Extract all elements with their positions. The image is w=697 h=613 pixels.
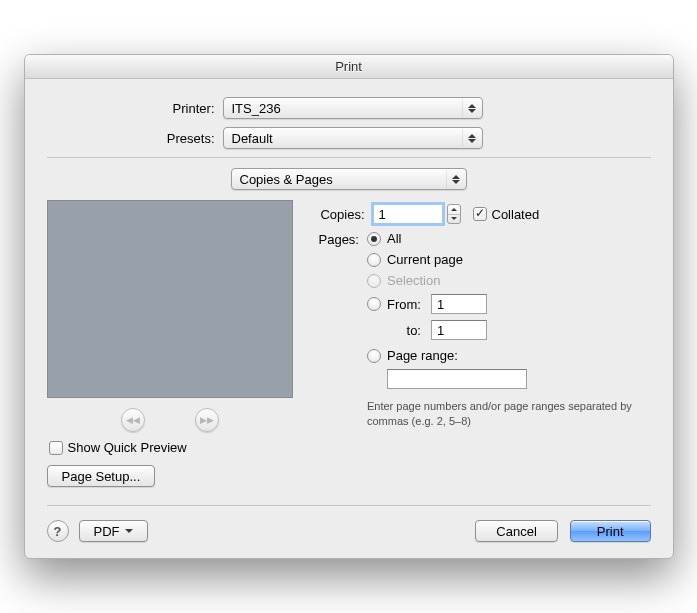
pages-to-label: to:	[387, 323, 421, 338]
pages-range-radio[interactable]	[367, 349, 381, 363]
page-setup-button[interactable]: Page Setup...	[47, 465, 156, 487]
presets-select[interactable]: Default	[223, 127, 483, 149]
dialog-content: Printer: ITS_236 Presets: Default Copies…	[25, 79, 673, 558]
printer-value: ITS_236	[232, 101, 281, 116]
stepper-down-icon	[448, 215, 460, 224]
preview-area	[47, 200, 293, 398]
pages-to-input[interactable]	[431, 320, 487, 340]
printer-select[interactable]: ITS_236	[223, 97, 483, 119]
copies-input[interactable]	[373, 204, 443, 224]
pages-current-label: Current page	[387, 252, 463, 267]
preview-next-button[interactable]: ▶▶	[195, 408, 219, 432]
cancel-button[interactable]: Cancel	[475, 520, 557, 542]
pages-from-label: From:	[387, 297, 421, 312]
updown-icon	[462, 99, 478, 117]
preview-column: ◀◀ ▶▶ Show Quick Preview Page Setup...	[47, 200, 293, 487]
pages-from-radio[interactable]	[367, 297, 381, 311]
printer-label: Printer:	[47, 101, 223, 116]
stepper-up-icon	[448, 205, 460, 215]
section-select[interactable]: Copies & Pages	[231, 168, 467, 190]
presets-value: Default	[232, 131, 273, 146]
pages-range-input[interactable]	[387, 369, 527, 389]
pdf-menu-button[interactable]: PDF	[79, 520, 148, 542]
dialog-footer: ? PDF Cancel Print	[47, 505, 651, 542]
pages-selection-label: Selection	[387, 273, 440, 288]
pages-selection-radio	[367, 274, 381, 288]
print-button[interactable]: Print	[570, 520, 651, 542]
section-value: Copies & Pages	[240, 172, 333, 187]
pages-label: Pages:	[319, 231, 367, 247]
show-quick-preview-checkbox[interactable]	[49, 441, 63, 455]
options-column: Copies: Collated Pages:	[319, 200, 651, 487]
pages-all-label: All	[387, 231, 401, 246]
collated-checkbox[interactable]	[473, 207, 487, 221]
pages-hint: Enter page numbers and/or page ranges se…	[367, 399, 651, 430]
pages-current-radio[interactable]	[367, 253, 381, 267]
preview-prev-button[interactable]: ◀◀	[121, 408, 145, 432]
updown-icon	[446, 170, 462, 188]
copies-stepper[interactable]	[447, 204, 461, 224]
print-dialog: Print Printer: ITS_236 Presets: Default …	[24, 54, 674, 559]
help-button[interactable]: ?	[47, 520, 69, 542]
dropdown-icon	[125, 529, 133, 533]
pages-range-label: Page range:	[387, 348, 458, 363]
updown-icon	[462, 129, 478, 147]
copies-label: Copies:	[319, 207, 373, 222]
show-quick-preview-label: Show Quick Preview	[68, 440, 187, 455]
window-title: Print	[25, 55, 673, 79]
pages-all-radio[interactable]	[367, 232, 381, 246]
separator	[47, 157, 651, 158]
collated-label: Collated	[492, 207, 540, 222]
pages-from-input[interactable]	[431, 294, 487, 314]
presets-label: Presets:	[47, 131, 223, 146]
